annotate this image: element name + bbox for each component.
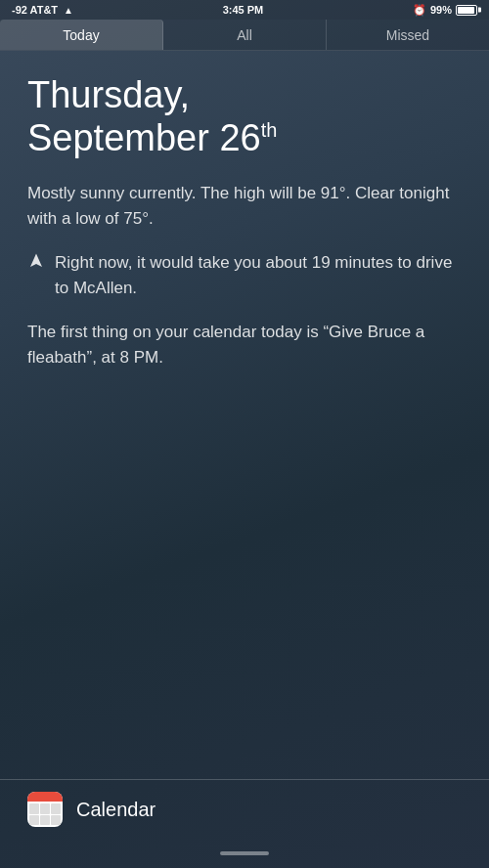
home-indicator[interactable] xyxy=(220,851,269,855)
status-bar: -92 AT&T ▲ 3:45 PM ⏰ 99% xyxy=(0,0,489,20)
calendar-icon-top xyxy=(27,792,63,802)
calendar-app-label: Calendar xyxy=(76,799,156,821)
wifi-icon: ▲ xyxy=(64,5,73,16)
tab-all[interactable]: All xyxy=(163,20,327,50)
cal-cell xyxy=(29,803,39,814)
calendar-app-icon xyxy=(27,792,63,827)
weather-text: Mostly sunny currently. The high will be… xyxy=(27,181,462,231)
home-area xyxy=(0,839,489,868)
notification-tabs: Today All Missed xyxy=(0,20,489,51)
cal-cell xyxy=(51,815,61,826)
notification-center-screen: -92 AT&T ▲ 3:45 PM ⏰ 99% Today All Misse… xyxy=(0,0,489,868)
cal-cell xyxy=(51,803,61,814)
cal-cell xyxy=(29,815,39,826)
drive-time-text: Right now, it would take you about 19 mi… xyxy=(55,250,462,300)
date-superscript: th xyxy=(261,119,278,141)
tab-today[interactable]: Today xyxy=(0,20,163,50)
date-line2: September 26 xyxy=(27,117,261,158)
status-right: ⏰ 99% xyxy=(413,4,477,17)
status-left: -92 AT&T ▲ xyxy=(12,4,73,16)
navigation-arrow-icon xyxy=(27,252,45,270)
tab-missed[interactable]: Missed xyxy=(327,20,489,50)
date-heading: Thursday, September 26th xyxy=(27,74,462,159)
location-row: Right now, it would take you about 19 mi… xyxy=(27,250,462,300)
date-line1: Thursday, xyxy=(27,74,190,115)
battery-icon xyxy=(456,5,477,16)
alarm-icon: ⏰ xyxy=(413,4,426,17)
time-label: 3:45 PM xyxy=(223,4,264,16)
calendar-icon-grid xyxy=(27,802,63,827)
calendar-event-text: The first thing on your calendar today i… xyxy=(27,320,462,369)
bottom-section: Calendar xyxy=(0,779,489,839)
cal-cell xyxy=(40,815,50,826)
cal-cell xyxy=(40,803,50,814)
carrier-label: -92 AT&T xyxy=(12,4,58,16)
battery-percent: 99% xyxy=(430,4,452,16)
main-content: Thursday, September 26th Mostly sunny cu… xyxy=(0,51,489,779)
